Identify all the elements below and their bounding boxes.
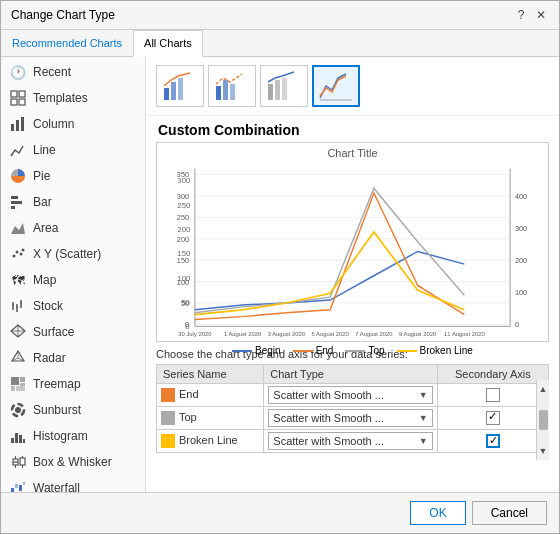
title-bar-left: Change Chart Type — [11, 8, 115, 22]
chart-thumb-3[interactable] — [260, 65, 308, 107]
area-icon — [9, 219, 27, 237]
table-scrollbar[interactable]: ▲ ▼ — [536, 380, 549, 460]
series-color-top — [161, 411, 175, 425]
series-secondary-end-checkbox[interactable] — [486, 388, 500, 402]
svg-rect-61 — [268, 84, 273, 100]
svg-text:100: 100 — [515, 288, 527, 297]
series-dropdown-top-arrow: ▼ — [419, 413, 428, 423]
scroll-up-btn[interactable]: ▲ — [537, 382, 550, 396]
dialog-footer: OK Cancel — [1, 492, 559, 533]
recent-icon: 🕐 — [9, 63, 27, 81]
svg-rect-4 — [11, 124, 14, 131]
svg-rect-9 — [11, 206, 15, 209]
boxwhisker-icon — [9, 453, 27, 471]
series-table: Series Name Chart Type Secondary Axis En… — [156, 364, 549, 453]
svg-rect-3 — [19, 99, 25, 105]
sidebar-label-map: Map — [33, 273, 56, 287]
svg-text:300: 300 — [515, 224, 527, 233]
sidebar-item-stock[interactable]: Stock — [1, 293, 145, 319]
sidebar-item-surface[interactable]: Surface — [1, 319, 145, 345]
sunburst-icon — [9, 401, 27, 419]
sidebar-item-pie[interactable]: Pie — [1, 163, 145, 189]
svg-rect-29 — [20, 377, 25, 382]
legend-broken-line — [397, 350, 417, 352]
svg-rect-8 — [11, 201, 22, 204]
svg-rect-56 — [171, 82, 176, 100]
scroll-thumb[interactable] — [539, 410, 548, 430]
sidebar-item-boxwhisker[interactable]: Box & Whisker — [1, 449, 145, 475]
svg-rect-58 — [216, 86, 221, 100]
svg-rect-55 — [164, 88, 169, 100]
sidebar-label-xy: X Y (Scatter) — [33, 247, 101, 261]
col-header-type: Chart Type — [264, 365, 437, 384]
legend-end: End — [293, 345, 334, 356]
sidebar-item-treemap[interactable]: Treemap — [1, 371, 145, 397]
sidebar-label-line: Line — [33, 143, 56, 157]
chart-area: Chart Title 0 50 100 150 200 250 300 — [156, 142, 549, 342]
dialog-content: 🕐 Recent Templates Column — [1, 57, 559, 492]
svg-point-12 — [16, 251, 19, 254]
legend-end-label: End — [316, 345, 334, 356]
line-icon — [9, 141, 27, 159]
tab-all-charts[interactable]: All Charts — [133, 30, 203, 57]
chart-thumb-4[interactable] — [312, 65, 360, 107]
svg-text:3 August 2020: 3 August 2020 — [268, 331, 306, 337]
series-secondary-end-cell — [437, 384, 548, 407]
sidebar-item-templates[interactable]: Templates — [1, 85, 145, 111]
svg-rect-32 — [16, 386, 25, 391]
chart-thumb-1[interactable] — [156, 65, 204, 107]
sidebar-item-line[interactable]: Line — [1, 137, 145, 163]
change-chart-type-dialog: Change Chart Type ? ✕ Recommended Charts… — [0, 0, 560, 534]
sidebar-label-radar: Radar — [33, 351, 66, 365]
stock-icon — [9, 297, 27, 315]
series-dropdown-top[interactable]: Scatter with Smooth ... ▼ — [268, 409, 432, 427]
sidebar-item-sunburst[interactable]: Sunburst — [1, 397, 145, 423]
sidebar-item-map[interactable]: 🗺 Map — [1, 267, 145, 293]
series-dropdown-broken[interactable]: Scatter with Smooth ... ▼ — [268, 432, 432, 450]
series-secondary-top-checkbox[interactable] — [486, 411, 500, 425]
sidebar-item-waterfall[interactable]: Waterfall — [1, 475, 145, 492]
svg-rect-1 — [19, 91, 25, 97]
sidebar-item-column[interactable]: Column — [1, 111, 145, 137]
series-secondary-broken-cell — [437, 430, 548, 453]
svg-text:200: 200 — [515, 256, 527, 265]
sidebar-item-xy[interactable]: X Y (Scatter) — [1, 241, 145, 267]
series-row-broken: Broken Line Scatter with Smooth ... ▼ — [157, 430, 549, 453]
series-type-broken[interactable]: Scatter with Smooth ... ▼ — [264, 430, 437, 453]
help-button[interactable]: ? — [513, 7, 529, 23]
legend-top: Top — [345, 345, 384, 356]
svg-text:50: 50 — [181, 299, 189, 308]
series-type-top[interactable]: Scatter with Smooth ... ▼ — [264, 407, 437, 430]
sidebar-item-recent[interactable]: 🕐 Recent — [1, 59, 145, 85]
svg-rect-35 — [11, 438, 14, 443]
series-secondary-broken-checkbox[interactable] — [486, 434, 500, 448]
series-row-end: End Scatter with Smooth ... ▼ — [157, 384, 549, 407]
close-button[interactable]: ✕ — [533, 7, 549, 23]
svg-rect-60 — [230, 84, 235, 100]
scroll-down-btn[interactable]: ▼ — [537, 444, 550, 458]
svg-text:7 August 2020: 7 August 2020 — [355, 331, 393, 337]
svg-point-33 — [15, 407, 21, 413]
sidebar-item-radar[interactable]: Radar — [1, 345, 145, 371]
svg-rect-47 — [15, 484, 18, 488]
histogram-icon — [9, 427, 27, 445]
sidebar-item-bar[interactable]: Bar — [1, 189, 145, 215]
series-name-top: Top — [157, 407, 264, 430]
svg-rect-43 — [20, 458, 25, 465]
tab-recommended[interactable]: Recommended Charts — [1, 30, 133, 56]
ok-button[interactable]: OK — [410, 501, 465, 525]
cancel-button[interactable]: Cancel — [472, 501, 547, 525]
svg-rect-48 — [19, 485, 22, 491]
series-dropdown-end[interactable]: Scatter with Smooth ... ▼ — [268, 386, 432, 404]
svg-rect-38 — [23, 439, 25, 443]
series-type-end[interactable]: Scatter with Smooth ... ▼ — [264, 384, 437, 407]
waterfall-icon — [9, 479, 27, 492]
sidebar-item-area[interactable]: Area — [1, 215, 145, 241]
sidebar-label-recent: Recent — [33, 65, 71, 79]
svg-text:400: 400 — [515, 192, 527, 201]
svg-rect-30 — [20, 383, 25, 386]
dialog-title: Change Chart Type — [11, 8, 115, 22]
svg-text:300: 300 — [177, 192, 189, 201]
sidebar-item-histogram[interactable]: Histogram — [1, 423, 145, 449]
chart-thumb-2[interactable] — [208, 65, 256, 107]
